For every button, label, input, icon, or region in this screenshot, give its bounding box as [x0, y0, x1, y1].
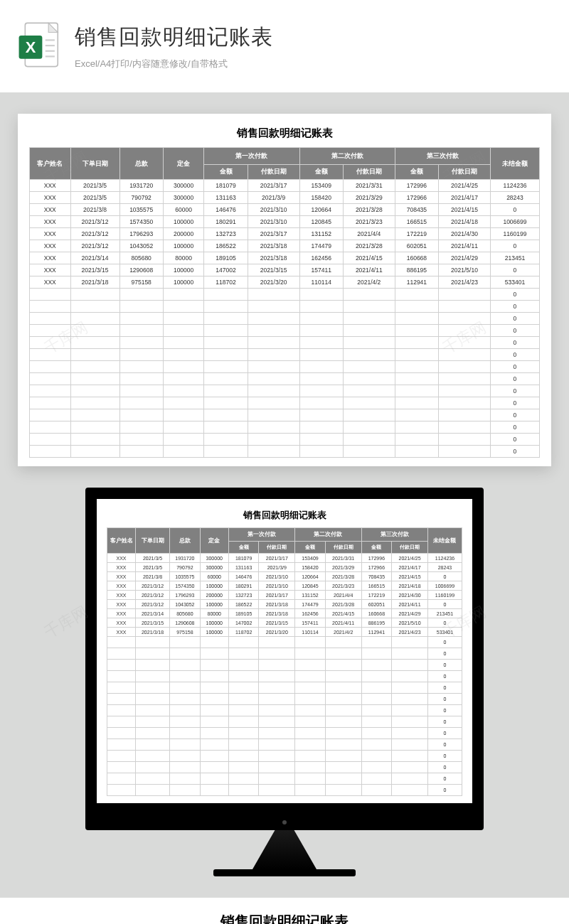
- cell-p3-date: 2021/4/11: [392, 600, 428, 609]
- cell-balance: 0: [427, 682, 462, 694]
- cell-p1-date: 2021/3/18: [248, 240, 299, 252]
- cell-p2-date: 2021/3/29: [343, 192, 395, 204]
- cell-customer: XXX: [30, 264, 71, 276]
- cell-balance: 0: [427, 705, 462, 716]
- cell-balance: 213451: [490, 252, 539, 264]
- cell-customer: XXX: [107, 628, 136, 637]
- cell-order-date: 2021/3/12: [136, 591, 170, 600]
- cell-order-date: 2021/3/12: [136, 600, 170, 609]
- cell-total: 1574350: [119, 216, 163, 228]
- cell-balance: 0: [490, 337, 539, 349]
- cell-p2-amount: 120845: [299, 216, 343, 228]
- cell-p2-amount: 174479: [299, 240, 343, 252]
- cell-p3-date: 2021/4/29: [392, 609, 428, 618]
- col-total: 总款: [119, 148, 163, 180]
- cell-order-date: 2021/3/5: [136, 554, 170, 563]
- cell-balance: 533401: [427, 628, 462, 637]
- cell-p1-date: 2021/3/20: [248, 276, 299, 289]
- cell-p3-amount: 886195: [361, 618, 392, 628]
- col-customer: 客户姓名: [30, 148, 71, 180]
- col-pay1-amount: 金额: [228, 542, 259, 554]
- col-pay2-date: 付款日期: [325, 542, 361, 554]
- cell-p1-amount: 189105: [228, 609, 259, 618]
- table-row-empty: 0: [107, 785, 462, 796]
- cell-p1-amount: 131163: [228, 563, 259, 572]
- table-row: XXX 2021/3/12 1043052 100000 186522 2021…: [30, 240, 540, 252]
- col-pay1-amount: 金额: [204, 165, 248, 180]
- cell-p2-amount: 162456: [295, 609, 326, 618]
- cell-p3-amount: 172966: [395, 192, 438, 204]
- cell-p2-amount: 131152: [299, 228, 343, 240]
- cell-p3-amount: 160668: [361, 609, 392, 618]
- cell-deposit: 100000: [163, 276, 204, 289]
- cell-p1-amount: 146476: [204, 204, 248, 216]
- sheet-title: 销售回款明细记账表: [107, 506, 462, 527]
- cell-p1-date: 2021/3/10: [248, 216, 299, 228]
- cell-balance: 0: [427, 637, 462, 648]
- col-order-date: 下单日期: [136, 528, 170, 554]
- cell-order-date: 2021/3/15: [70, 264, 119, 276]
- cell-p1-amount: 186522: [228, 600, 259, 609]
- cell-p3-date: 2021/4/30: [392, 591, 428, 600]
- cell-balance: 28243: [490, 192, 539, 204]
- sheet-title: 销售回款明细记账表: [14, 908, 555, 924]
- cell-p1-date: 2021/3/9: [259, 563, 295, 572]
- cell-balance: 0: [490, 373, 539, 385]
- cell-p3-amount: 602051: [395, 240, 438, 252]
- cell-p2-amount: 120664: [299, 204, 343, 216]
- col-pay1-date: 付款日期: [248, 165, 299, 180]
- cell-deposit: 300000: [163, 192, 204, 204]
- cell-balance: 0: [490, 204, 539, 216]
- monitor-bezel: [85, 815, 484, 830]
- cell-deposit: 300000: [200, 554, 228, 563]
- cell-customer: XXX: [30, 180, 71, 192]
- cell-p1-amount: 186522: [204, 240, 248, 252]
- col-pay3: 第三次付款: [361, 528, 427, 542]
- col-deposit: 定金: [200, 528, 228, 554]
- cell-balance: 0: [490, 313, 539, 325]
- monitor-mockup: 销售回款明细记账表 客户姓名 下单日期 总款 定金 第一次付款 第二次付款 第三…: [0, 488, 569, 876]
- cell-customer: XXX: [107, 609, 136, 618]
- cell-p1-date: 2021/3/20: [259, 628, 295, 637]
- cell-p2-date: 2021/4/11: [325, 618, 361, 628]
- table-row: XXX 2021/3/12 1574350 100000 180291 2021…: [30, 216, 540, 228]
- table-row: XXX 2021/3/5 1931720 300000 181079 2021/…: [107, 554, 462, 563]
- page-header: X 销售回款明细记账表 Excel/A4打印/内容随意修改/自带格式: [0, 0, 569, 92]
- cell-total: 1290608: [119, 264, 163, 276]
- cell-p2-date: 2021/3/28: [343, 240, 395, 252]
- cell-p3-amount: 172996: [361, 554, 392, 563]
- cell-customer: XXX: [30, 228, 71, 240]
- col-customer: 客户姓名: [107, 528, 136, 554]
- cell-p3-date: 2021/4/25: [392, 554, 428, 563]
- cell-p1-amount: 181079: [204, 180, 248, 192]
- table-row-empty: 0: [30, 373, 540, 385]
- col-pay3: 第三次付款: [395, 148, 490, 165]
- cell-p2-date: 2021/4/11: [343, 264, 395, 276]
- cell-balance: 0: [490, 264, 539, 276]
- table-row-empty: 0: [107, 762, 462, 773]
- cell-balance: 0: [490, 446, 539, 458]
- cell-balance: 0: [427, 660, 462, 671]
- cell-balance: 0: [427, 773, 462, 785]
- col-pay2: 第二次付款: [299, 148, 395, 165]
- cell-p2-date: 2021/4/2: [343, 276, 395, 289]
- cell-p3-date: 2021/4/25: [439, 180, 491, 192]
- cell-customer: XXX: [107, 572, 136, 581]
- cell-p2-amount: 158420: [295, 563, 326, 572]
- cell-deposit: 100000: [200, 600, 228, 609]
- cell-p1-date: 2021/3/17: [248, 180, 299, 192]
- cell-balance: 0: [490, 434, 539, 446]
- cell-p2-date: 2021/4/15: [343, 252, 395, 264]
- cell-balance: 0: [427, 728, 462, 739]
- table-row: XXX 2021/3/15 1290608 100000 147002 2021…: [107, 618, 462, 628]
- col-deposit: 定金: [163, 148, 204, 180]
- table-row-empty: 0: [107, 751, 462, 762]
- cell-balance: 1160199: [490, 228, 539, 240]
- cell-p1-date: 2021/3/15: [248, 264, 299, 276]
- table-row-empty: 0: [107, 716, 462, 728]
- cell-p3-date: 2021/4/15: [439, 204, 491, 216]
- cell-p2-date: 2021/3/31: [325, 554, 361, 563]
- cell-p1-amount: 132723: [228, 591, 259, 600]
- table-row: XXX 2021/3/12 1574350 100000 180291 2021…: [107, 581, 462, 591]
- cell-p2-date: 2021/3/28: [325, 572, 361, 581]
